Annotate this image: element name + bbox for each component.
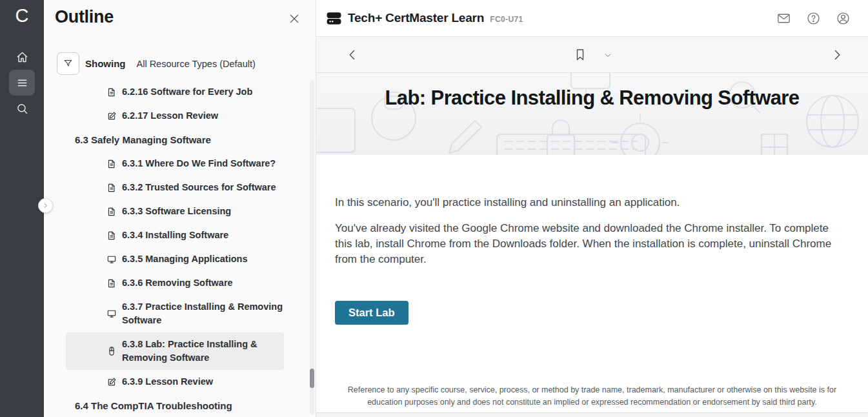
main-area: Tech+ CertMaster Learn FC0-U71 xyxy=(316,0,868,417)
account-button[interactable] xyxy=(835,10,851,26)
document-icon xyxy=(106,207,117,217)
outline-item-selected[interactable]: 6.3.8 Lab: Practice Installing & Removin… xyxy=(66,332,284,370)
app-header: Tech+ CertMaster Learn FC0-U71 xyxy=(316,0,868,37)
outline-section-heading: 6.3 Safely Managing Software xyxy=(44,128,310,152)
outline-item[interactable]: 6.3.4 Installing Software xyxy=(44,223,310,247)
outline-item-label: 6.3.3 Software Licensing xyxy=(122,205,290,218)
outline-title: Outline xyxy=(55,7,114,27)
outline-item[interactable]: 6.3.2 Trusted Sources for Software xyxy=(44,176,310,199)
user-icon xyxy=(836,11,851,26)
edit-icon xyxy=(106,111,117,121)
outline-list: 6.2.16 Software for Every Job6.2.17 Less… xyxy=(44,80,310,417)
screen-icon xyxy=(106,254,117,265)
chevron-down-icon xyxy=(603,51,612,60)
lesson-toolbar xyxy=(316,37,868,73)
outline-item-label: 6.3.7 Practice Installing & Removing Sof… xyxy=(122,300,290,327)
outline-item-label: 6.2.16 Software for Every Job xyxy=(122,85,290,99)
outline-item[interactable]: 6.3.9 Lesson Review xyxy=(44,370,310,394)
messages-button[interactable] xyxy=(776,10,792,26)
search-button[interactable] xyxy=(9,96,35,121)
bottom-strip xyxy=(316,413,868,417)
edit-icon xyxy=(106,377,117,387)
search-icon xyxy=(15,102,29,116)
filter-bar: Showing All Resource Types (Default) xyxy=(57,52,256,75)
chevron-right-icon xyxy=(829,47,845,63)
outline-item-label: 6.3.9 Lesson Review xyxy=(122,375,290,389)
outline-item[interactable]: 6.3.1 Where Do We Find Software? xyxy=(44,152,310,176)
document-icon xyxy=(106,87,117,97)
document-icon xyxy=(106,278,117,289)
outline-item[interactable]: 6.2.16 Software for Every Job xyxy=(44,80,310,104)
outline-scrollbar-thumb[interactable] xyxy=(310,369,314,388)
outline-item[interactable]: 6.3.7 Practice Installing & Removing Sof… xyxy=(44,295,310,332)
certmaster-learn-app: C Outline Showing All Resource Types (De… xyxy=(0,0,868,417)
outline-item[interactable]: 6.3.5 Managing Applications xyxy=(44,247,310,271)
bookmark-menu-button[interactable] xyxy=(603,51,612,60)
chevron-right-icon xyxy=(42,202,49,209)
filter-label: Showing xyxy=(85,58,126,69)
outline-item-label: 6.3.6 Removing Software xyxy=(122,276,290,290)
course-code: FC0-U71 xyxy=(490,15,523,24)
document-icon xyxy=(106,230,117,241)
panel-expander-button[interactable] xyxy=(38,198,53,213)
screen-icon xyxy=(106,309,117,319)
document-icon xyxy=(106,159,117,169)
home-icon xyxy=(15,50,29,64)
bookmark-icon xyxy=(572,47,588,63)
outline-item-label: 6.3.1 Where Do We Find Software? xyxy=(122,157,290,170)
header-actions xyxy=(776,10,851,26)
home-button[interactable] xyxy=(9,44,35,70)
start-lab-button[interactable]: Start Lab xyxy=(335,301,409,325)
comptia-logo: C xyxy=(0,3,44,28)
outline-panel: Outline Showing All Resource Types (Defa… xyxy=(44,0,316,417)
outline-toggle-button[interactable] xyxy=(9,70,35,96)
close-icon xyxy=(287,12,301,26)
menu-icon xyxy=(15,76,29,90)
lesson-banner: Lab: Practice Installing & Removing Soft… xyxy=(316,73,868,155)
lesson-content: In this scenario, you'll practice instal… xyxy=(316,195,868,325)
close-outline-button[interactable] xyxy=(287,12,301,26)
disclaimer-text: Reference to any specific course, servic… xyxy=(338,384,847,408)
disclaimer-footer: Reference to any specific course, servic… xyxy=(316,384,868,413)
lesson-title: Lab: Practice Installing & Removing Soft… xyxy=(316,73,868,110)
certmaster-logo-icon xyxy=(326,10,342,26)
lesson-paragraph: In this scenario, you'll practice instal… xyxy=(335,195,846,210)
lesson-paragraph: You've already visited the Google Chrome… xyxy=(335,221,846,267)
bookmark-button[interactable] xyxy=(572,47,588,63)
filter-icon xyxy=(63,58,74,69)
product-title: Tech+ CertMaster Learn xyxy=(348,11,484,25)
nav-rail: C xyxy=(0,0,44,417)
outline-section-heading: 6.4 The CompTIA Troubleshooting xyxy=(44,394,310,417)
document-icon xyxy=(106,183,117,193)
outline-item[interactable]: 6.3.3 Software Licensing xyxy=(44,199,310,223)
outline-item-label: 6.3.2 Trusted Sources for Software xyxy=(122,181,290,194)
mouse-icon xyxy=(106,346,117,356)
filter-button[interactable] xyxy=(57,52,79,75)
next-page-button[interactable] xyxy=(829,47,845,63)
help-button[interactable] xyxy=(805,10,822,26)
outline-item-label: 6.3.4 Installing Software xyxy=(122,229,290,242)
outline-item[interactable]: 6.3.6 Removing Software xyxy=(44,271,310,295)
outline-item-label: 6.2.17 Lesson Review xyxy=(122,109,290,123)
outline-item-label: 6.3.5 Managing Applications xyxy=(122,252,290,266)
mail-icon xyxy=(776,11,791,26)
outline-item-label: 6.3.8 Lab: Practice Installing & Removin… xyxy=(122,338,272,365)
help-icon xyxy=(806,11,821,26)
filter-value: All Resource Types (Default) xyxy=(137,59,256,69)
outline-scrollbar-track[interactable] xyxy=(310,80,314,414)
outline-item[interactable]: 6.2.17 Lesson Review xyxy=(44,104,310,128)
